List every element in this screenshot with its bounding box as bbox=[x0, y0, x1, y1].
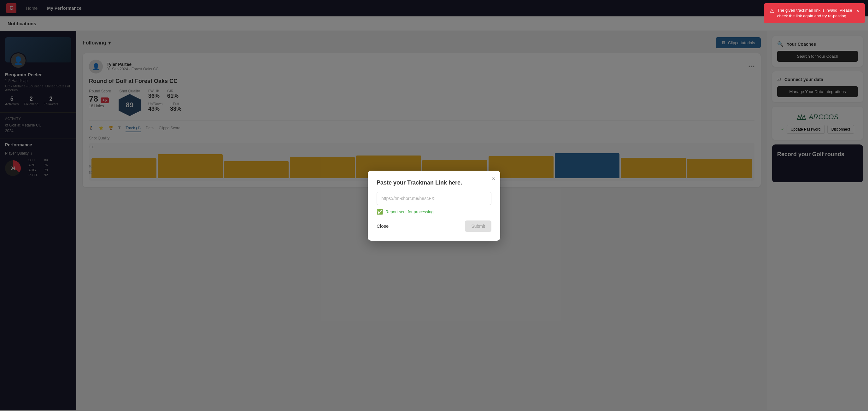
toast-warning-icon: ⚠ bbox=[770, 7, 774, 14]
trackman-link-input[interactable] bbox=[377, 192, 491, 205]
modal-success-message: ✅ Report sent for processing bbox=[377, 209, 491, 215]
modal-footer: Close Submit bbox=[377, 220, 491, 232]
success-check-icon: ✅ bbox=[377, 209, 383, 215]
success-text: Report sent for processing bbox=[385, 210, 433, 214]
modal-submit-button[interactable]: Submit bbox=[465, 220, 491, 232]
modal-close-button[interactable]: Close bbox=[377, 223, 389, 229]
toast-message: The given trackman link is invalid. Plea… bbox=[777, 7, 853, 19]
trackman-modal: Paste your Trackman Link here. × ✅ Repor… bbox=[368, 171, 500, 241]
error-toast: ⚠ The given trackman link is invalid. Pl… bbox=[764, 3, 865, 23]
modal-title: Paste your Trackman Link here. bbox=[377, 180, 491, 186]
toast-close-button[interactable]: × bbox=[856, 7, 859, 14]
modal-overlay: Paste your Trackman Link here. × ✅ Repor… bbox=[0, 0, 868, 410]
modal-close-x-button[interactable]: × bbox=[492, 176, 495, 182]
